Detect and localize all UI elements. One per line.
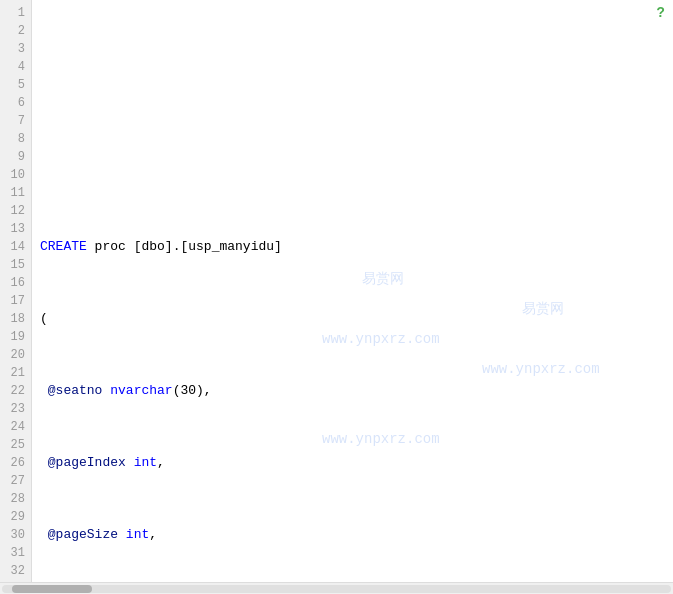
line-num: 30 <box>6 526 25 544</box>
line-num: 20 <box>6 346 25 364</box>
line-num: 24 <box>6 418 25 436</box>
editor-body: 1 2 3 4 5 6 7 8 9 10 11 12 13 14 15 16 1… <box>0 0 673 582</box>
line-num: 5 <box>6 76 25 94</box>
line-num: 22 <box>6 382 25 400</box>
code-line-3: @seatno nvarchar(30), <box>40 382 665 400</box>
line-num: 27 <box>6 472 25 490</box>
line-num: 13 <box>6 220 25 238</box>
line-num: 16 <box>6 274 25 292</box>
top-indicator: ? <box>657 4 665 22</box>
line-num: 1 <box>6 4 25 22</box>
watermark: www.ynpxrz.com <box>482 360 600 378</box>
watermark: www.ynpxrz.com <box>322 330 440 348</box>
code-line-2: ( <box>40 310 665 328</box>
code-line-4: @pageIndex int, <box>40 454 665 472</box>
line-num: 19 <box>6 328 25 346</box>
line-numbers: 1 2 3 4 5 6 7 8 9 10 11 12 13 14 15 16 1… <box>0 0 32 582</box>
line-num: 8 <box>6 130 25 148</box>
line-num: 6 <box>6 94 25 112</box>
scrollbar-thumb[interactable] <box>12 585 92 593</box>
line-num: 17 <box>6 292 25 310</box>
line-num: 29 <box>6 508 25 526</box>
watermark: 易赏网 <box>362 270 404 288</box>
line-num: 32 <box>6 562 25 580</box>
line-num: 11 <box>6 184 25 202</box>
line-num: 3 <box>6 40 25 58</box>
line-num: 31 <box>6 544 25 562</box>
line-num: 10 <box>6 166 25 184</box>
line-num: 21 <box>6 364 25 382</box>
line-num: 14 <box>6 238 25 256</box>
line-num: 23 <box>6 400 25 418</box>
code-line-5: @pageSize int, <box>40 526 665 544</box>
code-line-1: CREATE proc [dbo].[usp_manyidu] <box>40 238 665 256</box>
line-num: 28 <box>6 490 25 508</box>
line-num: 26 <box>6 454 25 472</box>
line-num: 15 <box>6 256 25 274</box>
editor-container: 1 2 3 4 5 6 7 8 9 10 11 12 13 14 15 16 1… <box>0 0 673 594</box>
line-num: 18 <box>6 310 25 328</box>
line-num: 9 <box>6 148 25 166</box>
line-num: 25 <box>6 436 25 454</box>
scrollbar-area[interactable] <box>0 582 673 594</box>
line-num: 12 <box>6 202 25 220</box>
watermark: www.ynpxrz.com <box>322 430 440 448</box>
scrollbar-track[interactable] <box>2 585 671 593</box>
code-area[interactable]: 易赏网 www.ynpxrz.com 易赏网 www.ynpxrz.com ww… <box>32 0 673 582</box>
line-num: 4 <box>6 58 25 76</box>
line-num: 7 <box>6 112 25 130</box>
line-num: 2 <box>6 22 25 40</box>
